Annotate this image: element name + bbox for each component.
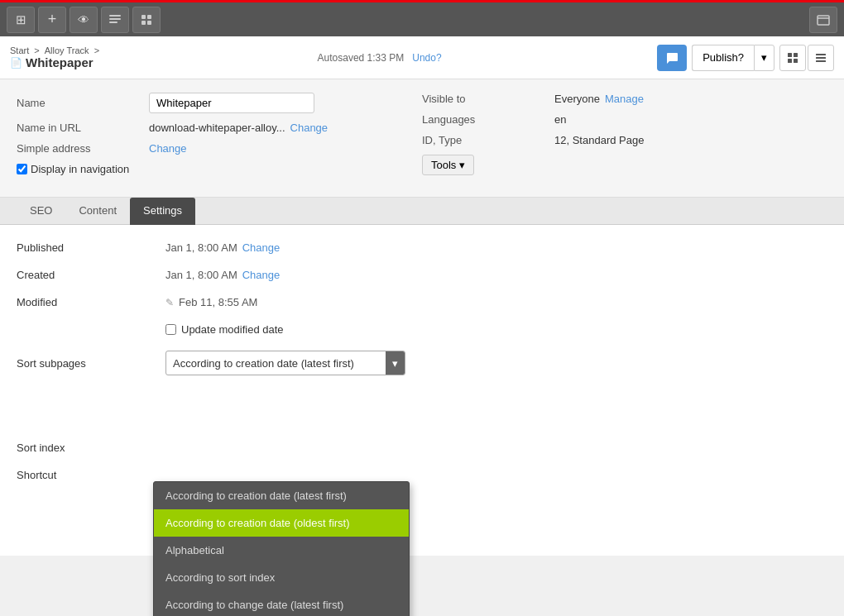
settings-tab[interactable]: Settings bbox=[130, 198, 195, 225]
svg-rect-13 bbox=[816, 57, 826, 59]
display-nav-row: Display in navigation bbox=[17, 163, 422, 175]
header-center: Autosaved 1:33 PM Undo? bbox=[102, 52, 657, 64]
update-modified-label: Update modified date bbox=[181, 323, 284, 336]
svg-rect-12 bbox=[816, 54, 826, 55]
modified-pencil-icon[interactable]: ✎ bbox=[165, 297, 174, 308]
tabs: SEO Content Settings bbox=[0, 198, 844, 225]
breadcrumb-alloy-track[interactable]: Alloy Track bbox=[45, 45, 89, 55]
breadcrumb-chevron-1: > bbox=[34, 45, 41, 55]
home-button[interactable]: ⊞ bbox=[7, 7, 35, 33]
modified-row: Modified ✎ Feb 11, 8:55 AM bbox=[17, 296, 827, 308]
svg-rect-9 bbox=[794, 53, 798, 57]
svg-rect-8 bbox=[788, 53, 792, 57]
list-view-button[interactable] bbox=[808, 45, 834, 71]
created-change-link[interactable]: Change bbox=[242, 269, 281, 281]
update-modified-row: Update modified date bbox=[17, 323, 827, 336]
name-input[interactable] bbox=[149, 93, 314, 113]
option-change-date[interactable]: According to change date (latest first) bbox=[154, 591, 409, 616]
sort-index-label: Sort index bbox=[17, 442, 165, 454]
page-title: 📄 Whitepaper bbox=[10, 55, 102, 69]
header-bar: Start > Alloy Track > 📄 Whitepaper Autos… bbox=[0, 36, 844, 79]
display-nav-label: Display in navigation bbox=[31, 163, 129, 175]
option-alphabetical[interactable]: Alphabetical bbox=[154, 537, 409, 564]
breadcrumb-start[interactable]: Start bbox=[10, 45, 29, 55]
shortcut-row: Shortcut bbox=[17, 469, 827, 481]
add-content-button[interactable] bbox=[132, 7, 161, 33]
svg-rect-3 bbox=[141, 15, 146, 19]
form-col-right: Visible to Everyone Manage Languages en … bbox=[422, 93, 827, 184]
simple-address-value: Change bbox=[149, 142, 187, 155]
created-row: Created Jan 1, 8:00 AM Change bbox=[17, 269, 827, 281]
page-icon: 📄 bbox=[10, 57, 22, 69]
preview-button[interactable]: 👁 bbox=[70, 7, 98, 33]
visible-to-row: Visible to Everyone Manage bbox=[422, 93, 827, 105]
simple-address-row: Simple address Change bbox=[17, 142, 422, 155]
tools-button[interactable]: Tools ▾ bbox=[422, 155, 474, 175]
languages-value: en bbox=[554, 113, 566, 126]
seo-tab[interactable]: SEO bbox=[17, 198, 65, 225]
published-value: Jan 1, 8:00 AM Change bbox=[165, 241, 280, 254]
visible-to-text: Everyone bbox=[554, 93, 600, 105]
svg-rect-6 bbox=[147, 21, 151, 25]
display-nav-checkbox[interactable] bbox=[17, 164, 27, 174]
name-in-url-text: download-whitepaper-alloy... bbox=[149, 122, 285, 134]
edit-button[interactable] bbox=[101, 7, 129, 33]
sort-subpages-arrow: ▾ bbox=[386, 351, 405, 375]
chat-button[interactable] bbox=[657, 45, 687, 71]
svg-rect-10 bbox=[788, 59, 792, 63]
svg-rect-0 bbox=[109, 15, 121, 17]
published-row: Published Jan 1, 8:00 AM Change bbox=[17, 241, 827, 254]
svg-rect-11 bbox=[794, 59, 798, 63]
settings-panel: Published Jan 1, 8:00 AM Change Created … bbox=[0, 225, 844, 556]
publish-button[interactable]: Publish? bbox=[692, 45, 754, 71]
simple-address-change[interactable]: Change bbox=[149, 142, 187, 155]
grid-view-button[interactable] bbox=[779, 45, 806, 71]
name-in-url-label: Name in URL bbox=[17, 122, 149, 134]
option-oldest-first[interactable]: According to creation date (oldest first… bbox=[154, 509, 409, 537]
svg-rect-1 bbox=[109, 18, 121, 20]
update-modified-checkbox[interactable] bbox=[165, 324, 176, 335]
toolbar: ⊞ + 👁 bbox=[0, 0, 844, 36]
breadcrumb-chevron-2: > bbox=[94, 45, 99, 55]
id-type-text: 12, Standard Page bbox=[554, 134, 644, 146]
published-label: Published bbox=[17, 241, 165, 254]
svg-rect-2 bbox=[109, 21, 117, 23]
id-type-label: ID, Type bbox=[422, 134, 554, 146]
manage-link[interactable]: Manage bbox=[605, 93, 644, 105]
sort-subpages-value: According to creation date (latest first… bbox=[173, 357, 354, 370]
content-tab[interactable]: Content bbox=[65, 198, 130, 225]
publish-button-group: Publish? ▾ bbox=[692, 45, 774, 71]
form-columns: Name Name in URL download-whitepaper-all… bbox=[17, 93, 827, 184]
files-button[interactable] bbox=[809, 7, 837, 33]
published-change-link[interactable]: Change bbox=[242, 241, 281, 254]
publish-dropdown-button[interactable]: ▾ bbox=[754, 45, 774, 71]
form-col-left: Name Name in URL download-whitepaper-all… bbox=[17, 93, 422, 184]
autosave-text: Autosaved 1:33 PM bbox=[318, 52, 405, 64]
sort-subpages-select[interactable]: According to creation date (latest first… bbox=[165, 351, 405, 375]
sort-index-row: Sort index bbox=[17, 442, 827, 454]
languages-row: Languages en bbox=[422, 113, 827, 126]
created-date: Jan 1, 8:00 AM bbox=[165, 269, 237, 281]
option-sort-index[interactable]: According to sort index bbox=[154, 564, 409, 591]
tools-dropdown-icon: ▾ bbox=[459, 159, 465, 171]
header-actions: Publish? ▾ bbox=[657, 45, 834, 71]
option-latest-first[interactable]: According to creation date (latest first… bbox=[154, 482, 409, 509]
name-row: Name bbox=[17, 93, 422, 113]
name-in-url-row: Name in URL download-whitepaper-alloy...… bbox=[17, 122, 422, 134]
languages-label: Languages bbox=[422, 113, 554, 126]
sort-dropdown: According to creation date (latest first… bbox=[153, 481, 410, 616]
view-toggle bbox=[779, 45, 834, 71]
shortcut-label: Shortcut bbox=[17, 469, 165, 481]
visible-to-value: Everyone Manage bbox=[554, 93, 644, 105]
svg-rect-7 bbox=[818, 16, 829, 25]
main-form: Name Name in URL download-whitepaper-all… bbox=[0, 79, 844, 198]
name-in-url-value: download-whitepaper-alloy... Change bbox=[149, 122, 328, 134]
add-button[interactable]: + bbox=[38, 7, 66, 33]
svg-rect-4 bbox=[147, 15, 151, 19]
simple-address-label: Simple address bbox=[17, 142, 149, 155]
breadcrumb-path: Start > Alloy Track > bbox=[10, 45, 102, 55]
created-label: Created bbox=[17, 269, 165, 281]
undo-link[interactable]: Undo? bbox=[412, 52, 441, 64]
name-label: Name bbox=[17, 97, 149, 109]
name-in-url-change[interactable]: Change bbox=[290, 122, 328, 134]
